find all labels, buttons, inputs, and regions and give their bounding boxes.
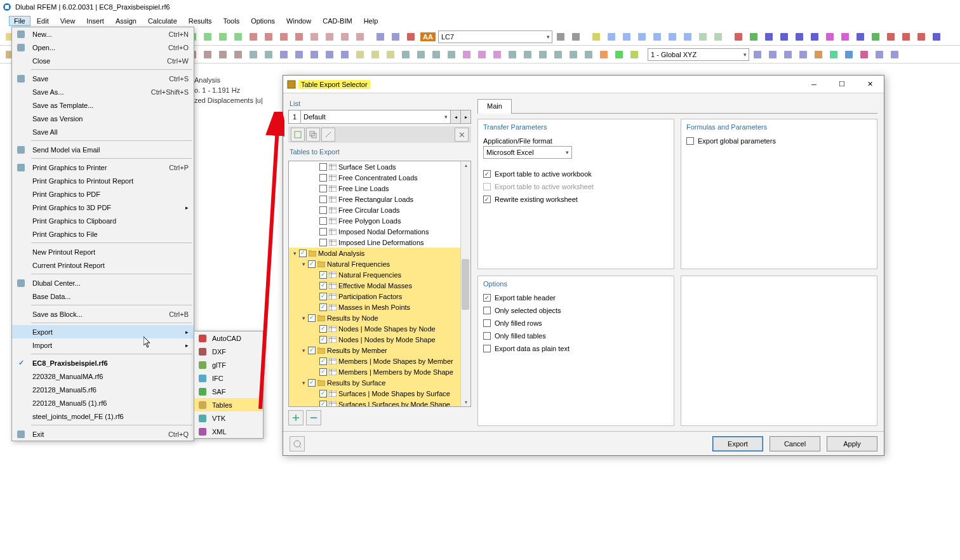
menubar-insert[interactable]: Insert bbox=[81, 16, 109, 26]
tree-checkbox[interactable] bbox=[319, 368, 327, 376]
toolbar1-btn-15[interactable] bbox=[231, 30, 245, 44]
toolbar1-btn3-6[interactable] bbox=[681, 30, 695, 44]
toolbar2-btn2-8[interactable] bbox=[872, 48, 886, 62]
toolbar1-btn3-7[interactable] bbox=[696, 30, 710, 44]
toolbar1-btn-22[interactable] bbox=[338, 30, 352, 44]
tree-row-15[interactable]: Nodes | Mode Shapes by Node bbox=[289, 323, 470, 334]
toolbar2-btn-20[interactable] bbox=[307, 48, 321, 62]
toolbar1-btn4-3[interactable] bbox=[777, 30, 791, 44]
toolbar2-btn-16[interactable] bbox=[246, 48, 260, 62]
file-menu-item-10[interactable]: Send Model via Email bbox=[12, 143, 194, 156]
tree-row-12[interactable]: Participation Factors bbox=[289, 291, 470, 302]
toolbar2-btn-14[interactable] bbox=[216, 48, 230, 62]
tree-checkbox[interactable] bbox=[299, 250, 307, 257]
tree-checkbox[interactable] bbox=[319, 282, 327, 290]
tree-row-22[interactable]: Surfaces | Surfaces by Mode Shape bbox=[289, 399, 470, 406]
toolbar1-btn4-5[interactable] bbox=[808, 30, 822, 44]
menubar-cad-bim[interactable]: CAD-BIM bbox=[317, 16, 357, 26]
tree-checkbox[interactable] bbox=[319, 357, 327, 365]
tree-checkbox[interactable] bbox=[319, 390, 327, 397]
toolbar2-btn-19[interactable] bbox=[292, 48, 306, 62]
tree-row-18[interactable]: Members | Mode Shapes by Member bbox=[289, 356, 470, 366]
tree-checkbox[interactable] bbox=[319, 174, 327, 182]
toolbar1-nav-1[interactable] bbox=[569, 30, 583, 44]
tree-row-11[interactable]: Effective Modal Masses bbox=[289, 280, 470, 291]
coord-system-combo[interactable]: 1 - Global XYZ bbox=[648, 48, 749, 61]
tree-checkbox[interactable] bbox=[319, 228, 327, 236]
tree-checkbox[interactable] bbox=[319, 325, 327, 333]
toolbar1-btn4-9[interactable] bbox=[869, 30, 883, 44]
file-menu-item-13[interactable]: Print Graphics to Printout Report bbox=[12, 174, 194, 187]
file-menu-item-1[interactable]: Open...Ctrl+O bbox=[12, 41, 194, 54]
tree-row-8[interactable]: ▾Modal Analysis bbox=[289, 248, 470, 258]
tree-checkbox[interactable] bbox=[319, 336, 327, 343]
menubar-options[interactable]: Options bbox=[246, 16, 280, 26]
toolbar1-btn3-3[interactable] bbox=[635, 30, 649, 44]
file-menu-item-25[interactable]: Save as Block...Ctrl+B bbox=[12, 307, 194, 321]
menubar-edit[interactable]: Edit bbox=[32, 16, 54, 26]
tree-row-20[interactable]: ▾Results by Surface bbox=[289, 377, 470, 388]
toolbar2-btn-40[interactable] bbox=[612, 48, 626, 62]
file-menu-item-28[interactable]: Import bbox=[12, 338, 194, 352]
dialog-titlebar[interactable]: Table Export Selector ─ ☐ ✕ bbox=[283, 76, 884, 93]
cb-plain-text[interactable]: Export data as plain text bbox=[483, 342, 669, 355]
list-new-button[interactable] bbox=[291, 128, 305, 142]
file-menu-item-16[interactable]: Print Graphics to Clipboard bbox=[12, 214, 194, 227]
export-submenu-tables[interactable]: Tables bbox=[194, 398, 263, 411]
menubar-tools[interactable]: Tools bbox=[218, 16, 244, 26]
toolbar1-btn-14[interactable] bbox=[216, 30, 230, 44]
export-submenu-gltf[interactable]: glTF bbox=[194, 358, 263, 371]
tree-checkbox[interactable] bbox=[319, 206, 327, 214]
toolbar1-btn3-4[interactable] bbox=[650, 30, 664, 44]
list-delete-button[interactable]: ✕ bbox=[455, 128, 469, 142]
file-menu-item-8[interactable]: Save All bbox=[12, 125, 194, 138]
tree-scrollbar[interactable]: ▴ ▾ bbox=[460, 161, 470, 406]
list-next-button[interactable]: ▸ bbox=[461, 110, 471, 124]
cb-export-global-params[interactable]: Export global parameters bbox=[686, 135, 872, 147]
tab-main[interactable]: Main bbox=[477, 99, 512, 114]
menubar-calculate[interactable]: Calculate bbox=[143, 16, 182, 26]
toolbar1-btn-23[interactable] bbox=[353, 30, 367, 44]
toolbar1-btn4-2[interactable] bbox=[762, 30, 776, 44]
tree-checkbox[interactable] bbox=[319, 185, 327, 192]
toolbar2-btn-26[interactable] bbox=[399, 48, 413, 62]
tree-row-5[interactable]: Free Polygon Loads bbox=[289, 215, 470, 226]
toolbar1-nav-0[interactable] bbox=[554, 30, 568, 44]
file-menu-item-22[interactable]: Dlubal Center... bbox=[12, 276, 194, 290]
tree-checkbox[interactable] bbox=[308, 314, 316, 322]
menubar-assign[interactable]: Assign bbox=[110, 16, 142, 26]
toolbar2-btn-28[interactable] bbox=[429, 48, 443, 62]
tree-row-1[interactable]: Free Concentrated Loads bbox=[289, 172, 470, 183]
export-submenu-xml[interactable]: XML bbox=[194, 425, 263, 438]
tree-checkbox[interactable] bbox=[319, 163, 327, 171]
toolbar1-btn4-11[interactable] bbox=[899, 30, 913, 44]
toolbar2-btn2-1[interactable] bbox=[766, 48, 780, 62]
toolbar1-btn4-6[interactable] bbox=[823, 30, 837, 44]
menubar-file[interactable]: File bbox=[9, 16, 30, 26]
list-prev-button[interactable]: ◂ bbox=[451, 110, 461, 124]
cancel-button[interactable]: Cancel bbox=[770, 436, 820, 451]
tree-checkbox[interactable] bbox=[319, 217, 327, 225]
toolbar2-btn-33[interactable] bbox=[505, 48, 519, 62]
toolbar2-btn2-0[interactable] bbox=[750, 48, 764, 62]
toolbar2-btn-36[interactable] bbox=[551, 48, 565, 62]
file-menu-item-31[interactable]: 220328_ManualMA.rf6 bbox=[12, 370, 194, 383]
toolbar1-btn4-1[interactable] bbox=[747, 30, 761, 44]
file-menu-item-19[interactable]: New Printout Report bbox=[12, 245, 194, 258]
aa-badge[interactable]: AA bbox=[420, 32, 436, 41]
tree-row-7[interactable]: Imposed Line Deformations bbox=[289, 237, 470, 248]
file-menu-item-7[interactable]: Save as Version bbox=[12, 112, 194, 125]
tree-checkbox[interactable] bbox=[319, 271, 327, 279]
tree-checkbox[interactable] bbox=[319, 196, 327, 203]
toolbar2-btn-35[interactable] bbox=[536, 48, 550, 62]
tree-row-19[interactable]: Members | Members by Mode Shape bbox=[289, 366, 470, 377]
toolbar1-btn4-4[interactable] bbox=[792, 30, 806, 44]
list-copy-button[interactable] bbox=[306, 128, 320, 142]
file-menu-item-20[interactable]: Current Printout Report bbox=[12, 258, 194, 272]
cb-only-selected[interactable]: Only selected objects bbox=[483, 304, 669, 317]
list-edit-button[interactable] bbox=[321, 128, 335, 142]
tree-row-4[interactable]: Free Circular Loads bbox=[289, 204, 470, 215]
tree-expand-button[interactable] bbox=[288, 410, 303, 425]
export-submenu-saf[interactable]: SAF bbox=[194, 385, 263, 398]
menubar-window[interactable]: Window bbox=[281, 16, 316, 26]
